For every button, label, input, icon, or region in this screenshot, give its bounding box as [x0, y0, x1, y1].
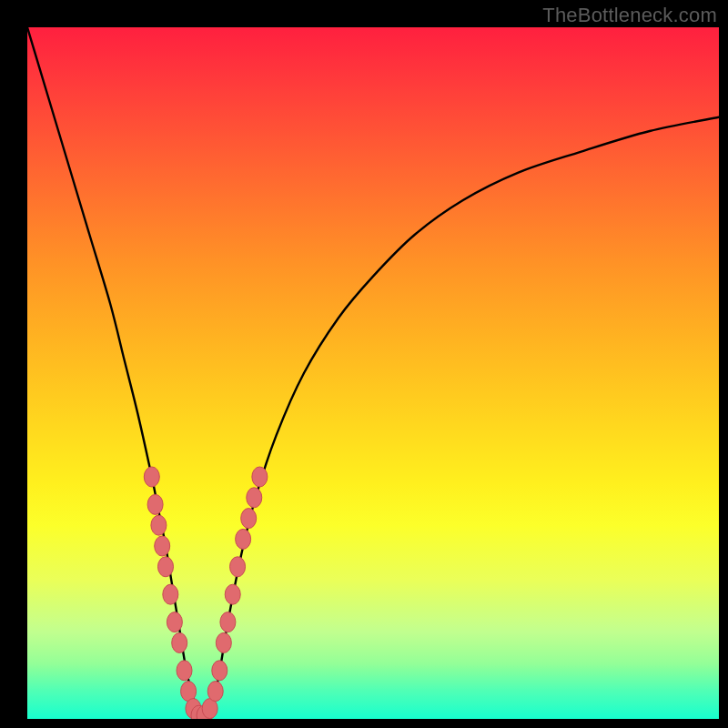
- chart-svg: [27, 27, 719, 719]
- curve-marker: [216, 632, 231, 652]
- curve-marker: [207, 682, 223, 702]
- curve-marker: [225, 584, 240, 604]
- curve-marker: [247, 488, 262, 508]
- curve-marker: [230, 557, 246, 577]
- curve-marker: [147, 494, 163, 514]
- watermark-text: TheBottleneck.com: [542, 4, 717, 27]
- curve-marker: [172, 632, 187, 652]
- curve-marker: [212, 661, 228, 681]
- plot-area: [27, 27, 719, 719]
- curve-marker: [155, 536, 170, 556]
- curve-marker: [220, 612, 236, 632]
- curve-marker: [151, 515, 167, 535]
- curve-marker: [167, 612, 182, 632]
- curve-marker: [163, 584, 178, 604]
- curve-marker: [177, 661, 192, 681]
- marker-group: [144, 467, 268, 719]
- curve-marker: [158, 557, 174, 577]
- curve-marker: [144, 467, 159, 487]
- curve-marker: [241, 509, 257, 529]
- curve-marker: [252, 467, 268, 487]
- bottleneck-curve: [27, 27, 719, 719]
- curve-marker: [236, 529, 251, 549]
- chart-frame: TheBottleneck.com: [0, 0, 728, 728]
